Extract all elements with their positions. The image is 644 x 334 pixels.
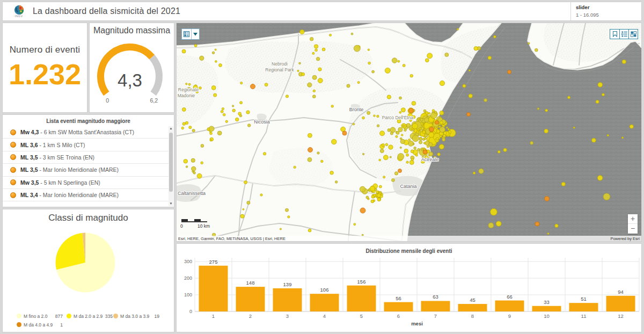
scroll-down-icon[interactable]: ▼: [169, 201, 173, 206]
svg-text:200: 200: [184, 275, 192, 281]
layer-dropdown-button[interactable]: [191, 29, 199, 39]
scrollbar-thumb[interactable]: [169, 133, 173, 192]
map-canvas[interactable]: [177, 23, 641, 241]
event-description: ML 3,4 - Mar Ionio Meridionale (MARE): [20, 192, 119, 198]
slider-label: slider: [576, 4, 599, 10]
svg-text:63: 63: [433, 294, 438, 300]
bookmark-icon: [612, 31, 618, 37]
event-list-scrollbar[interactable]: ▲ ▼: [169, 126, 173, 206]
layer-control[interactable]: [181, 28, 200, 40]
event-list-item[interactable]: ML 3,6 - 1 km S Milo (CT): [3, 139, 169, 151]
map-place-label: Nicosia: [254, 119, 270, 125]
legend-item[interactable]: M da 2.0 a 2.9335: [67, 311, 113, 320]
svg-text:4: 4: [323, 313, 326, 319]
svg-text:0: 0: [106, 97, 109, 104]
bar-month-6[interactable]: [384, 302, 413, 311]
legend-item[interactable]: M da 3.0 a 3.919: [113, 311, 159, 320]
powered-by-esri: Powered by Esri: [609, 236, 641, 241]
svg-text:33: 33: [544, 299, 550, 305]
svg-text:6: 6: [397, 313, 400, 319]
chevron-down-icon: [193, 33, 197, 36]
svg-text:5: 5: [360, 313, 363, 319]
event-marker-icon: [10, 167, 16, 173]
map-place-label: Regionale: [178, 87, 199, 92]
max-magnitude-gauge-card: Magnitudo massima 4,306,2: [89, 23, 174, 113]
zoom-control[interactable]: + −: [628, 214, 638, 234]
basemap-button[interactable]: [628, 30, 638, 39]
bar-month-11[interactable]: [569, 303, 598, 311]
basemap-gallery-icon: [631, 31, 636, 37]
legend-item[interactable]: M da 4.0 a 4.91: [17, 320, 63, 329]
event-marker-icon: [10, 179, 16, 185]
bar-month-1[interactable]: [199, 266, 228, 311]
layers-button[interactable]: [182, 29, 191, 39]
legend-value: 19: [155, 314, 159, 319]
map-place-label: Acireale: [421, 157, 439, 162]
svg-text:106: 106: [320, 287, 329, 293]
map-panel[interactable]: NebrodiRegional ParkRegionaleMadonieNico…: [176, 23, 642, 242]
scalebar-distance-label: 10 km: [197, 223, 210, 229]
event-list-title: Lista eventi magnitudo maggiore: [3, 118, 174, 124]
map-place-label: Parco Dell'Etna: [382, 115, 413, 120]
event-list-item[interactable]: ML 3,5 - Mar Ionio Meridionale (MARE): [3, 164, 169, 176]
svg-text:94: 94: [618, 289, 624, 295]
map-place-label: Nebrodi: [272, 61, 288, 67]
gauge-chart: 4,306,2: [90, 36, 175, 111]
legend-item[interactable]: M fino a 2.0877: [17, 311, 63, 320]
event-list-item[interactable]: ML 3,5 - 3 km SE Troina (EN): [3, 151, 169, 164]
bar-month-3[interactable]: [273, 288, 302, 311]
bar-month-9[interactable]: [495, 301, 524, 311]
event-list-item[interactable]: ML 3,4 - Mar Ionio Meridionale (MARE): [3, 189, 169, 201]
event-count-title: Numero di eventi: [10, 45, 80, 55]
monthly-distribution-panel: Distribuzione mensile degli eventi 01002…: [176, 243, 642, 332]
dashboard-header: INGV La dashboard della sismicità del 20…: [2, 2, 642, 21]
map-place-label: Bronte: [349, 107, 364, 112]
bar-month-8[interactable]: [458, 304, 487, 311]
bar-month-7[interactable]: [421, 301, 450, 311]
scalebar-zero-label: 0: [180, 223, 183, 229]
event-description: ML 3,5 - 3 km SE Troina (EN): [20, 154, 94, 161]
svg-text:51: 51: [581, 296, 587, 302]
event-description: ML 3,5 - Mar Ionio Meridionale (MARE): [20, 166, 119, 173]
map-attribution: Esri, HERE, Garmin, FAO, METI/NASA, USGS…: [177, 236, 641, 241]
legend-swatch: [113, 314, 118, 318]
event-list-item[interactable]: Mw 3,5 - 5 km N Sperlinga (EN): [3, 177, 169, 189]
legend-label: M da 3.0 a 3.9: [120, 314, 149, 319]
bar-month-2[interactable]: [236, 287, 265, 311]
event-count-value: 1.232: [9, 57, 81, 91]
slider-widget[interactable]: slider 1 - 16.095: [576, 4, 599, 18]
svg-text:156: 156: [357, 279, 366, 285]
svg-text:7: 7: [434, 313, 437, 319]
legend-swatch: [67, 314, 71, 318]
legend-label: M da 2.0 a 2.9: [74, 314, 103, 319]
bookmarks-button[interactable]: [610, 30, 619, 39]
map-tools[interactable]: [610, 29, 638, 39]
svg-text:9: 9: [508, 313, 511, 319]
scroll-up-icon[interactable]: ▲: [169, 126, 173, 131]
event-marker-icon: [10, 192, 16, 198]
pie-chart: [3, 224, 175, 301]
svg-text:300: 300: [184, 259, 192, 264]
legend-button[interactable]: [619, 30, 628, 39]
scalebar-segment: [181, 219, 188, 221]
map-scalebar: 0 10 km: [181, 217, 214, 229]
svg-text:56: 56: [396, 295, 401, 301]
svg-text:10: 10: [544, 313, 550, 319]
event-count-card: Numero di eventi 1.232: [2, 23, 87, 113]
event-description: ML 3,6 - 1 km S Milo (CT): [20, 142, 85, 148]
bar-month-12[interactable]: [606, 296, 635, 311]
legend-label: M fino a 2.0: [24, 314, 47, 319]
legend-value: 1: [60, 322, 63, 328]
bar-month-10[interactable]: [532, 306, 561, 311]
svg-text:66: 66: [507, 294, 513, 300]
event-marker-icon: [10, 142, 16, 148]
zoom-in-button[interactable]: +: [628, 214, 638, 224]
svg-text:148: 148: [246, 280, 255, 286]
bar-month-4[interactable]: [310, 294, 339, 311]
bar-month-5[interactable]: [347, 286, 376, 311]
svg-text:6,2: 6,2: [150, 97, 158, 104]
event-list-item[interactable]: Mw 4,3 - 6 km SW Motta Sant'Anastasia (C…: [3, 126, 169, 139]
zoom-out-button[interactable]: −: [628, 224, 638, 234]
map-place-label: Catania: [400, 184, 416, 189]
event-list-panel: Lista eventi magnitudo maggiore Mw 4,3 -…: [2, 114, 174, 207]
